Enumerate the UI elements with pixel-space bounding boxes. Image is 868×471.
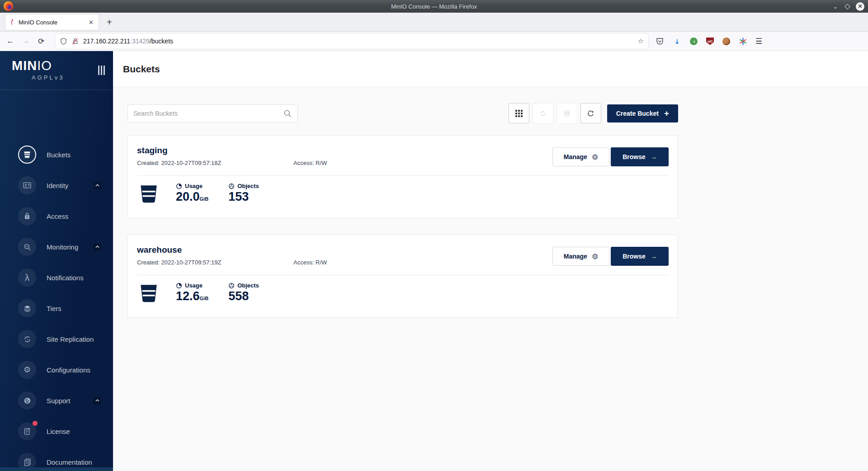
search-box[interactable] bbox=[127, 104, 298, 122]
replication-icon bbox=[23, 335, 32, 344]
gear-icon: ⚙ bbox=[592, 153, 598, 161]
usage-label: Usage bbox=[185, 282, 203, 289]
browse-label: Browse bbox=[623, 253, 646, 260]
bookmark-star-icon[interactable]: ☆ bbox=[638, 37, 644, 45]
gear-icon: ⚙ bbox=[24, 366, 31, 374]
cookie-extension-icon[interactable] bbox=[722, 38, 730, 45]
sidebar-item-configurations[interactable]: ⚙ Configurations bbox=[0, 354, 113, 385]
window-title: MinIO Console — Mozilla Firefox bbox=[0, 3, 868, 10]
insecure-lock-icon[interactable] bbox=[71, 38, 79, 45]
chevron-up-icon[interactable] bbox=[94, 243, 101, 251]
sidebar-divider bbox=[0, 89, 113, 90]
sidebar-item-buckets[interactable]: Buckets bbox=[0, 139, 113, 170]
sidebar-item-label: License bbox=[47, 428, 70, 435]
usage-label: Usage bbox=[185, 183, 203, 189]
objects-value: 153 bbox=[228, 191, 259, 203]
forward-button[interactable]: → bbox=[18, 37, 33, 46]
objects-label: Objects bbox=[237, 183, 259, 189]
new-tab-button[interactable]: + bbox=[107, 17, 112, 28]
refresh-icon bbox=[586, 109, 595, 118]
identity-card-icon bbox=[23, 181, 32, 190]
browse-label: Browse bbox=[623, 153, 646, 160]
ublock-origin-icon[interactable]: uO bbox=[706, 38, 714, 45]
usage-unit: GiB bbox=[200, 196, 209, 202]
sidebar-item-support[interactable]: Support bbox=[0, 385, 113, 416]
sidebar-item-license[interactable]: License bbox=[0, 416, 113, 447]
bucket-icon bbox=[23, 150, 32, 159]
license-tag: AGPLv3 bbox=[32, 74, 113, 81]
sidebar-item-tiers[interactable]: Tiers bbox=[0, 293, 113, 324]
sidebar-item-identity[interactable]: Identity bbox=[0, 170, 113, 201]
url-text[interactable]: 217.160.222.211:31429/buckets bbox=[83, 38, 634, 45]
replicate-buckets-button-disabled bbox=[533, 103, 553, 123]
sidebar-item-monitoring[interactable]: Monitoring bbox=[0, 231, 113, 262]
browse-button[interactable]: Browse → bbox=[611, 247, 669, 266]
url-path: /buckets bbox=[150, 38, 173, 45]
usage-value: 12.6 bbox=[176, 289, 200, 303]
gear-icon: ⚙ bbox=[592, 252, 598, 261]
browser-menu-icon[interactable]: ☰ bbox=[755, 37, 762, 46]
card-divider bbox=[137, 275, 669, 275]
bucket-card-warehouse[interactable]: warehouse Created: 2022-10-27T09:57:19Z … bbox=[127, 235, 678, 318]
window-minimize-icon[interactable]: ⌄ bbox=[832, 3, 839, 10]
lambda-icon: λ bbox=[25, 273, 29, 282]
tab-minio-console[interactable]: MinIO Console ✕ bbox=[5, 14, 99, 30]
sidebar: MINIO AGPLv3 Buckets bbox=[0, 51, 113, 471]
tab-bar: MinIO Console ✕ + bbox=[0, 13, 868, 32]
shield-permissions-icon[interactable] bbox=[60, 38, 67, 45]
sidebar-item-access[interactable]: Access bbox=[0, 201, 113, 231]
manage-label: Manage bbox=[564, 253, 587, 260]
usage-unit: GiB bbox=[200, 296, 209, 301]
sidebar-bottom-strip bbox=[0, 467, 113, 471]
bucket-access: Access: R/W bbox=[293, 259, 327, 266]
sidebar-item-label: Configurations bbox=[47, 366, 90, 374]
refresh-button[interactable] bbox=[580, 103, 601, 123]
manage-button[interactable]: Manage ⚙ bbox=[552, 147, 609, 166]
replicate-icon bbox=[539, 109, 547, 118]
sidebar-item-label: Identity bbox=[47, 182, 68, 189]
chevron-up-icon[interactable] bbox=[94, 182, 101, 189]
grid-view-button[interactable] bbox=[509, 103, 529, 123]
back-button[interactable]: ← bbox=[3, 37, 18, 46]
browse-button[interactable]: Browse → bbox=[611, 147, 669, 166]
create-bucket-button[interactable]: Create Bucket + bbox=[607, 104, 678, 122]
browser-navbar: ← → ⟳ 217.160.222.211:31429/buckets ☆ ⤓ … bbox=[0, 32, 868, 51]
layers-icon bbox=[23, 304, 32, 313]
url-port: :31429 bbox=[130, 38, 150, 45]
reload-button[interactable]: ⟳ bbox=[33, 37, 49, 46]
sidebar-item-notifications[interactable]: λ Notifications bbox=[0, 262, 113, 293]
chevron-up-icon[interactable] bbox=[94, 397, 101, 405]
arrow-right-icon: → bbox=[651, 153, 657, 160]
pocket-icon[interactable] bbox=[656, 37, 664, 46]
sidebar-item-site-replication[interactable]: Site Replication bbox=[0, 324, 113, 354]
multi-account-containers-icon[interactable] bbox=[739, 37, 747, 46]
manage-button[interactable]: Manage ⚙ bbox=[552, 247, 609, 266]
sidebar-item-label: Support bbox=[47, 397, 71, 405]
bucket-access: Access: R/W bbox=[293, 160, 327, 166]
bucket-created: Created: 2022-10-27T09:57:19Z bbox=[137, 259, 293, 266]
sidebar-item-label: Documentation bbox=[47, 458, 92, 466]
create-bucket-label: Create Bucket bbox=[616, 110, 659, 117]
extension-green-icon[interactable]: ◑ bbox=[690, 38, 698, 45]
delete-buckets-button-disabled bbox=[557, 103, 577, 123]
search-icon bbox=[283, 109, 292, 118]
sidebar-collapse-button[interactable] bbox=[98, 66, 105, 75]
monitoring-search-icon bbox=[23, 243, 32, 251]
card-divider bbox=[137, 175, 669, 176]
objects-value: 558 bbox=[228, 290, 259, 302]
window-close-icon[interactable]: ✕ bbox=[856, 2, 864, 11]
bucket-icon bbox=[137, 282, 160, 305]
sidebar-item-label: Buckets bbox=[47, 151, 71, 159]
bucket-icon bbox=[137, 183, 160, 205]
search-input[interactable] bbox=[133, 110, 283, 117]
url-bar[interactable]: 217.160.222.211:31429/buckets ☆ bbox=[55, 33, 648, 49]
window-maximize-icon[interactable] bbox=[844, 4, 850, 9]
downloads-icon[interactable]: ⤓ bbox=[673, 37, 681, 46]
firefox-logo-icon bbox=[4, 1, 13, 11]
bucket-card-staging[interactable]: staging Created: 2022-10-27T09:57:18Z Ac… bbox=[127, 135, 678, 218]
tab-close-icon[interactable]: ✕ bbox=[87, 19, 95, 26]
grid-icon bbox=[515, 109, 523, 118]
usage-value: 20.0 bbox=[176, 190, 200, 203]
bucket-outline-icon bbox=[563, 109, 571, 118]
manage-label: Manage bbox=[564, 153, 587, 160]
